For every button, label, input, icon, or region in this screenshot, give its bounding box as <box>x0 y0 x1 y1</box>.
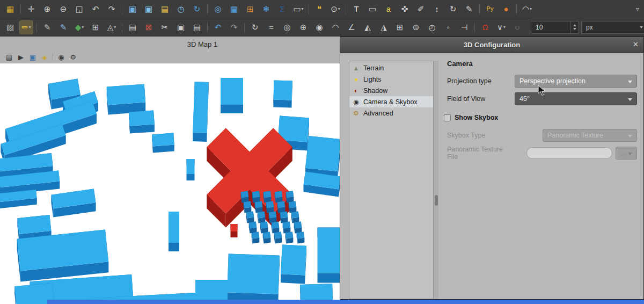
trim-extend-icon[interactable]: ⊣ <box>457 20 471 34</box>
add-part-icon[interactable]: ⊕ <box>296 20 310 34</box>
vertex-tool-icon[interactable]: ◬▾ <box>105 20 119 34</box>
dialog-titlebar[interactable]: 3D Configuration ✕ <box>340 37 643 53</box>
page-label: Terrain <box>363 64 384 72</box>
snapping-mode-icon[interactable]: ∨▾ <box>494 20 508 34</box>
offset-point-symbol-icon: ◦ <box>447 23 449 31</box>
snapping-tolerance-spinbox[interactable]: 10 <box>531 21 579 34</box>
map-view-panel: 3D Map 1 ▤▶▣◈◉⚙ <box>0 37 340 304</box>
undo-icon[interactable]: ↶ <box>211 20 225 34</box>
snapping-tolerance-icon[interactable]: ◌ <box>510 20 524 34</box>
move-label-icon[interactable]: ↕ <box>430 2 444 16</box>
save-layer-edits-icon[interactable]: ✎ <box>56 20 70 34</box>
rotate-label-icon[interactable]: ↻ <box>446 2 460 16</box>
scene-menu-icon[interactable]: ▤ <box>4 53 14 62</box>
rotate-point-symbols-icon[interactable]: ◴ <box>425 20 439 34</box>
modify-attributes-icon[interactable]: ▤ <box>126 20 140 34</box>
snapping-magnet-icon[interactable]: Ω <box>478 20 492 34</box>
merge-attributes-icon[interactable]: ⊜ <box>409 20 423 34</box>
save-image-icon[interactable]: ▣ <box>27 53 38 62</box>
add-ring-icon[interactable]: ◎ <box>280 20 294 34</box>
statistics-summary-icon[interactable]: Σ <box>275 2 289 16</box>
split-features-icon[interactable]: ◭ <box>361 20 375 34</box>
settings-page-advanced[interactable]: ⚙Advanced <box>349 107 433 119</box>
current-edits-icon[interactable]: ✏▾ <box>19 20 33 34</box>
toolbar-separator <box>53 54 53 61</box>
scene-menu-icon: ▤ <box>6 54 12 61</box>
open-attribute-table-icon[interactable]: ▦ <box>227 2 241 16</box>
delete-selected-icon[interactable]: ⊠ <box>142 20 156 34</box>
show-skybox-label: Show Skybox <box>455 114 498 121</box>
new-map-view-icon[interactable]: ▣ <box>126 2 140 16</box>
highlight-pinned-labels-icon[interactable]: ✐ <box>414 2 428 16</box>
fill-ring-icon[interactable]: ◉ <box>312 20 326 34</box>
zoom-last-icon[interactable]: ↶ <box>89 2 103 16</box>
settings-page-lights[interactable]: ●Lights <box>349 74 433 85</box>
paste-features-icon[interactable]: ▤ <box>190 20 204 34</box>
settings-page-camera-skybox[interactable]: ◉Camera & Skybox <box>349 96 433 107</box>
redo-icon[interactable]: ↷ <box>227 20 241 34</box>
rotate-feature-icon[interactable]: ↻ <box>248 20 262 34</box>
select-features-icon[interactable]: ▨ <box>3 20 17 34</box>
measure-icon[interactable]: ▭▾ <box>291 2 305 16</box>
merge-features-icon[interactable]: ⊞ <box>393 20 407 34</box>
toolbar-overflow-icon[interactable]: ▿ <box>633 5 642 13</box>
split-parts-icon[interactable]: ◮ <box>377 20 391 34</box>
map-tips-icon[interactable]: ❝ <box>312 2 326 16</box>
offset-point-symbol-icon[interactable]: ◦ <box>441 20 455 34</box>
pan-map-icon[interactable]: ✛ <box>24 2 38 16</box>
settings-page-shadow[interactable]: ◐Shadow <box>349 85 433 96</box>
scrollbar-thumb[interactable] <box>435 195 438 206</box>
close-icon[interactable]: ✕ <box>633 41 639 48</box>
map-3d-canvas[interactable] <box>0 63 340 304</box>
show-skybox-checkbox[interactable] <box>444 114 451 121</box>
panoramic-texture-file-input[interactable] <box>526 147 612 159</box>
toggle-editing-icon[interactable]: ✎ <box>40 20 54 34</box>
python-console-icon[interactable]: Py <box>483 2 497 16</box>
projection-type-select[interactable]: Perspective projection <box>515 75 637 88</box>
bookmark-manager-icon[interactable]: ▤ <box>158 2 172 16</box>
processing-toolbox-icon[interactable]: ❄ <box>259 2 273 16</box>
refresh-map-icon[interactable]: ↻ <box>190 2 204 16</box>
copy-features-icon[interactable]: ▣ <box>174 20 188 34</box>
zoom-out-icon[interactable]: ⊖ <box>56 2 70 16</box>
label-toolbar-icon[interactable]: a <box>382 2 396 16</box>
new-3d-map-view-icon[interactable]: ▣ <box>142 2 156 16</box>
html-annotation-icon[interactable]: ▭ <box>365 2 379 16</box>
spin-up-icon[interactable] <box>573 24 576 26</box>
simplify-feature-icon[interactable]: ≈ <box>264 20 278 34</box>
plugin-manager-icon[interactable]: ● <box>499 2 513 16</box>
visibility-eye-icon[interactable]: ◉ <box>56 53 67 62</box>
temporal-controller-icon[interactable]: ◷ <box>174 2 188 16</box>
zoom-full-icon: ◱ <box>76 5 83 13</box>
zoom-in-icon[interactable]: ⊕ <box>40 2 54 16</box>
texture-file-browse-button[interactable]: … <box>616 147 637 160</box>
play-animation-icon[interactable]: ▶ <box>16 53 26 62</box>
settings-page-terrain[interactable]: ▲Terrain <box>349 62 433 74</box>
zoom-full-icon[interactable]: ◱ <box>72 2 86 16</box>
add-feature-icon[interactable]: ⊞ <box>89 20 103 34</box>
add-polygon-feature-icon[interactable]: ◆▾ <box>72 20 86 34</box>
skybox-type-select[interactable]: Panoramic Texture <box>543 129 637 142</box>
offset-curve-icon[interactable]: ◠ <box>328 20 342 34</box>
field-calculator-icon[interactable]: ⊞ <box>243 2 257 16</box>
skybox-type-value: Panoramic Texture <box>547 132 603 139</box>
list-scrollbar[interactable] <box>434 61 438 299</box>
snapping-unit-select[interactable]: px <box>581 21 644 34</box>
change-label-properties-icon[interactable]: ✎ <box>462 2 476 16</box>
text-annotation-icon[interactable]: T <box>349 2 363 16</box>
toolbar-separator <box>122 4 122 14</box>
zoom-next-icon[interactable]: ↷ <box>105 2 119 16</box>
export-3d-scene-icon[interactable]: ◈ <box>39 53 50 62</box>
configure-scene-icon[interactable]: ⚙ <box>68 53 78 62</box>
zoom-native-resolution-icon[interactable]: ⊙▾ <box>328 2 342 16</box>
field-of-view-select[interactable]: 45° <box>515 92 637 105</box>
spin-down-icon[interactable] <box>573 28 576 30</box>
add-feature-icon: ⊞ <box>92 23 99 31</box>
cut-features-icon[interactable]: ✂ <box>158 20 172 34</box>
identify-features-icon[interactable]: ◎ <box>211 2 225 16</box>
reshape-features-icon[interactable]: ∠ <box>345 20 358 34</box>
datasource-manager-icon[interactable]: ▦ <box>3 2 17 16</box>
new-annotation-icon[interactable]: ◠▾ <box>520 2 534 16</box>
pin-labels-icon[interactable]: ✜ <box>398 2 412 16</box>
pan-map-icon: ✛ <box>28 5 35 13</box>
